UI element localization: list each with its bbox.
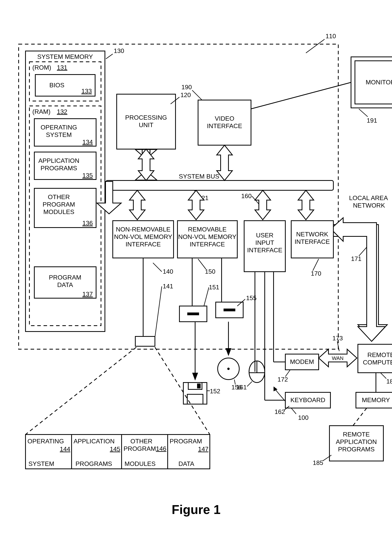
svg-text:DATA: DATA xyxy=(57,281,73,288)
arrow-userinput xyxy=(255,190,271,220)
arrow-net xyxy=(298,190,314,220)
svg-text:144: 144 xyxy=(60,446,70,453)
svg-text:DATA: DATA xyxy=(178,460,194,467)
svg-text:SYSTEM BUS: SYSTEM BUS xyxy=(179,173,219,180)
label-110: 110 xyxy=(326,33,336,40)
disk-modules-row: OPERATING SYSTEM 144 APPLICATION PROGRAM… xyxy=(26,434,210,469)
svg-rect-40 xyxy=(187,312,199,315)
svg-text:REMOVABLE: REMOVABLE xyxy=(188,226,227,233)
svg-text:NON-VOL MEMORY: NON-VOL MEMORY xyxy=(178,233,237,240)
svg-text:PROCESSING: PROCESSING xyxy=(125,114,167,121)
svg-text:COMPUTER: COMPUTER xyxy=(363,359,392,366)
svg-text:USER: USER xyxy=(256,232,273,239)
svg-text:UNIT: UNIT xyxy=(139,121,154,128)
svg-text:PROGRAMS: PROGRAMS xyxy=(76,460,112,467)
svg-text:PROGRAM: PROGRAM xyxy=(124,445,156,452)
label-180: 180 xyxy=(386,378,392,385)
ram-label: (RAM) xyxy=(32,108,50,115)
svg-line-21 xyxy=(251,82,351,109)
label-162: 162 xyxy=(274,408,285,415)
svg-text:LOCAL AREA: LOCAL AREA xyxy=(349,194,388,201)
svg-text:PROGRAMS: PROGRAMS xyxy=(41,165,77,172)
svg-text:MONITOR: MONITOR xyxy=(366,79,392,86)
svg-text:MEMORY: MEMORY xyxy=(362,397,390,404)
label-151: 151 xyxy=(209,284,219,291)
svg-text:INTERFACE: INTERFACE xyxy=(294,238,330,245)
user-input-box xyxy=(244,221,285,272)
svg-text:OTHER: OTHER xyxy=(48,193,70,200)
svg-text:145: 145 xyxy=(110,446,120,453)
svg-text:MODULES: MODULES xyxy=(125,460,155,467)
svg-text:146: 146 xyxy=(156,445,166,452)
system-bus xyxy=(106,180,333,190)
svg-text:INTERFACE: INTERFACE xyxy=(126,241,161,248)
bios-num: 133 xyxy=(81,87,92,95)
svg-text:NETWORK: NETWORK xyxy=(296,231,328,238)
lan-arrow xyxy=(333,225,387,340)
svg-text:137: 137 xyxy=(82,291,93,298)
label-140: 140 xyxy=(163,268,173,275)
svg-marker-30 xyxy=(129,190,145,220)
svg-text:REMOTE: REMOTE xyxy=(343,431,370,438)
svg-text:PROGRAM: PROGRAM xyxy=(170,438,202,445)
remote-computer-box xyxy=(358,344,392,373)
svg-text:INTERFACE: INTERFACE xyxy=(190,241,225,248)
svg-text:APPLICATION: APPLICATION xyxy=(336,438,377,445)
label-171: 171 xyxy=(351,255,361,262)
svg-line-66 xyxy=(353,408,367,426)
svg-point-70 xyxy=(227,368,230,370)
svg-text:APPLICATION: APPLICATION xyxy=(38,157,79,164)
svg-text:PROGRAM: PROGRAM xyxy=(42,201,75,208)
svg-marker-43 xyxy=(255,190,271,220)
svg-text:OTHER: OTHER xyxy=(130,438,152,445)
svg-text:NETWORK: NETWORK xyxy=(353,202,385,209)
svg-rect-42 xyxy=(224,309,235,311)
label-141: 141 xyxy=(163,283,173,290)
label-172: 172 xyxy=(278,376,288,383)
rom-label: (ROM) xyxy=(32,64,51,71)
label-160: 160 xyxy=(241,192,252,199)
svg-text:136: 136 xyxy=(82,220,93,227)
svg-text:PROGRAM: PROGRAM xyxy=(49,274,81,281)
figure-label: Figure 1 xyxy=(172,503,221,517)
svg-marker-71 xyxy=(225,348,231,356)
label-152: 152 xyxy=(210,388,220,395)
svg-text:135: 135 xyxy=(82,172,93,179)
svg-line-79 xyxy=(26,347,136,434)
label-100: 100 xyxy=(298,414,308,421)
svg-rect-75 xyxy=(197,383,201,388)
svg-text:INTERFACE: INTERFACE xyxy=(247,247,282,254)
floppy-icon xyxy=(183,383,207,404)
label-190: 190 xyxy=(181,84,192,91)
svg-text:SYSTEM: SYSTEM xyxy=(28,460,54,467)
label-120: 120 xyxy=(180,92,191,99)
svg-text:NON-REMOVABLE: NON-REMOVABLE xyxy=(116,226,171,233)
label-156: 156 xyxy=(231,384,242,391)
svg-text:NON-VOL MEMORY: NON-VOL MEMORY xyxy=(114,233,172,240)
arrow-nonremov xyxy=(129,190,145,220)
bios-label: BIOS xyxy=(49,82,64,89)
label-191: 191 xyxy=(367,117,377,124)
svg-text:MODULES: MODULES xyxy=(43,208,74,215)
svg-text:WAN: WAN xyxy=(332,355,343,361)
svg-text:INTERFACE: INTERFACE xyxy=(207,122,242,129)
ram-num: 132 xyxy=(57,108,67,115)
svg-marker-0 xyxy=(273,386,278,391)
svg-marker-56 xyxy=(298,190,314,220)
rom-num: 131 xyxy=(57,64,67,71)
svg-text:PROGRAMS: PROGRAMS xyxy=(338,446,375,453)
svg-marker-77 xyxy=(192,373,198,381)
svg-text:APPLICATION: APPLICATION xyxy=(74,438,114,445)
svg-text:INPUT: INPUT xyxy=(255,239,274,246)
svg-text:MODEM: MODEM xyxy=(290,358,314,365)
svg-text:KEYBOARD: KEYBOARD xyxy=(290,397,325,404)
svg-text:134: 134 xyxy=(82,139,93,146)
hard-drive xyxy=(135,336,155,346)
svg-text:OPERATING: OPERATING xyxy=(41,124,77,131)
svg-text:REMOTE: REMOTE xyxy=(367,351,392,358)
label-150: 150 xyxy=(205,268,215,275)
label-185: 185 xyxy=(313,459,323,466)
system-memory-title: SYSTEM MEMORY xyxy=(37,53,93,60)
label-170: 170 xyxy=(311,270,321,277)
svg-text:147: 147 xyxy=(198,446,209,453)
